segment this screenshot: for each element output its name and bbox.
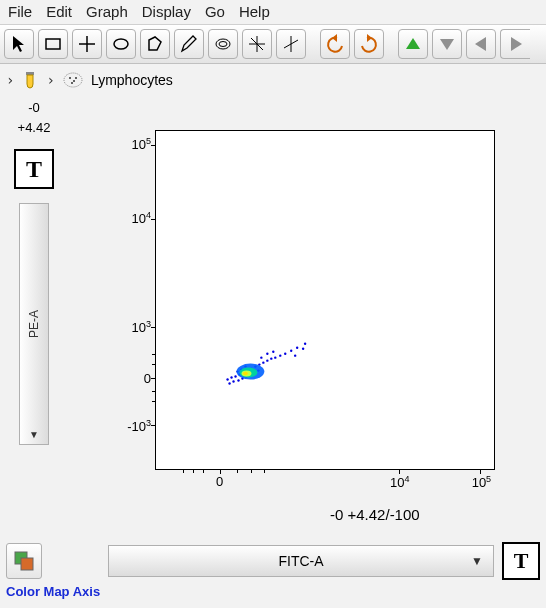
toolbar [0,25,546,64]
y-axis-selector[interactable]: PE-A ▼ [19,203,49,445]
svg-marker-15 [440,39,454,50]
y-tick: 103 [132,319,151,335]
x-axis-selector[interactable]: FITC-A ▼ [108,545,494,577]
svg-marker-17 [511,37,522,51]
tool-contour[interactable] [208,29,238,59]
y-status-line2: +4.42 [18,120,51,136]
svg-marker-13 [367,34,372,42]
svg-point-55 [260,356,262,358]
nav-left[interactable] [466,29,496,59]
menu-help[interactable]: Help [239,3,270,20]
svg-point-41 [302,348,304,350]
scatter-points [156,131,494,469]
nav-right[interactable] [500,29,530,59]
svg-point-35 [270,357,272,359]
svg-point-56 [266,352,268,354]
y-tick: 105 [132,135,151,151]
svg-point-38 [284,352,286,354]
tool-polygon[interactable] [140,29,170,59]
svg-point-61 [243,372,248,376]
svg-rect-63 [21,558,33,570]
svg-point-46 [237,379,239,381]
nav-down[interactable] [432,29,462,59]
svg-point-33 [262,361,264,363]
y-tick: 0 [144,371,151,386]
tool-rectangle[interactable] [38,29,68,59]
x-status: -0 +4.42/-100 [330,506,420,523]
y-axis-label: PE-A [27,310,41,338]
svg-point-3 [114,39,128,49]
svg-point-26 [234,375,236,377]
svg-point-19 [64,73,82,87]
svg-point-6 [219,42,227,47]
menu-display[interactable]: Display [142,3,191,20]
svg-point-39 [290,350,292,352]
menu-file[interactable]: File [8,3,32,20]
svg-point-37 [279,354,281,356]
svg-point-36 [274,356,276,358]
x-tick: 0 [216,474,223,489]
dropdown-icon: ▼ [471,554,483,568]
svg-marker-16 [475,37,486,51]
redo-button[interactable] [354,29,384,59]
svg-point-21 [73,80,75,82]
nav-up[interactable] [398,29,428,59]
scatter-plot[interactable] [155,130,495,470]
svg-point-42 [304,343,306,345]
dropdown-icon: ▼ [29,429,39,440]
scatter-icon[interactable] [63,72,83,88]
x-transform-button[interactable]: T [502,542,540,580]
chevron-icon[interactable]: › [6,72,14,88]
svg-point-20 [69,77,71,79]
menu-bar: File Edit Graph Display Go Help [0,0,546,25]
color-map-axis-label[interactable]: Color Map Axis [6,584,100,599]
tool-pencil[interactable] [174,29,204,59]
chevron-icon[interactable]: › [46,72,54,88]
tool-xhair-diag[interactable] [242,29,272,59]
svg-point-34 [266,359,268,361]
x-axis-label: FITC-A [278,553,323,569]
tool-pointer[interactable] [4,29,34,59]
x-tick: 104 [390,474,409,490]
svg-marker-4 [149,37,161,50]
x-tick: 105 [472,474,491,490]
tool-xhair-rot[interactable] [276,29,306,59]
y-tick-labels: 105 104 103 0 -103 [95,130,151,470]
y-transform-button[interactable]: T [14,149,54,189]
svg-rect-0 [46,39,60,49]
svg-point-25 [230,376,232,378]
undo-button[interactable] [320,29,350,59]
y-tick: -103 [127,418,151,434]
menu-edit[interactable]: Edit [46,3,72,20]
svg-point-57 [272,351,274,353]
svg-point-40 [296,347,298,349]
svg-point-23 [75,77,77,79]
menu-graph[interactable]: Graph [86,3,128,20]
tool-ellipse[interactable] [106,29,136,59]
y-tick: 104 [132,210,151,226]
tool-crosshair[interactable] [72,29,102,59]
menu-go[interactable]: Go [205,3,225,20]
svg-point-43 [294,354,296,356]
svg-point-22 [71,82,73,84]
svg-point-45 [232,380,234,382]
x-tick-labels: 0 104 105 [155,474,495,494]
plot-area: -0 +4.42 T PE-A ▼ 105 104 103 0 -103 [0,100,546,104]
color-map-button[interactable] [6,543,42,579]
y-status-line1: -0 [28,100,40,116]
breadcrumb-label[interactable]: Lymphocytes [91,72,173,88]
svg-point-5 [216,39,230,49]
svg-marker-12 [332,34,337,42]
breadcrumb: › › Lymphocytes [0,64,546,100]
svg-point-44 [228,382,230,384]
tube-icon[interactable] [22,70,38,90]
svg-marker-14 [406,38,420,49]
svg-point-24 [226,378,228,380]
